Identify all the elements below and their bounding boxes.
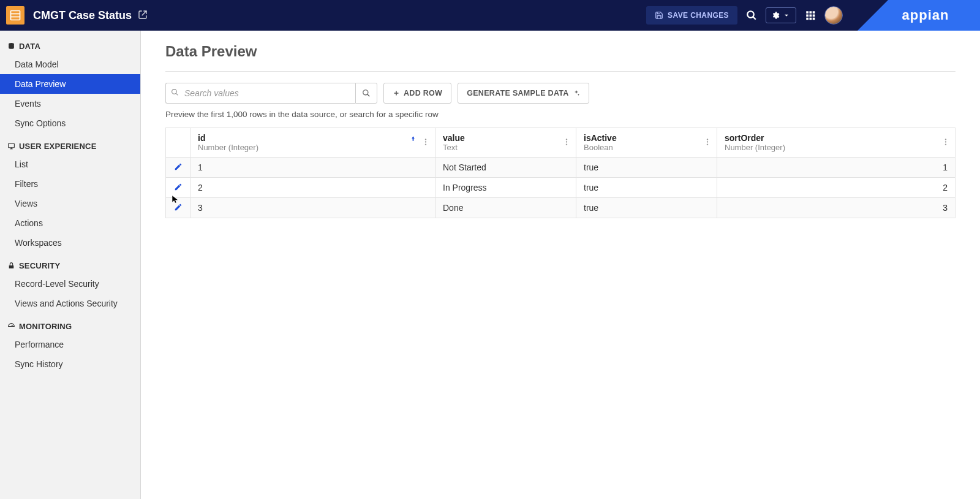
column-header-id[interactable]: id Number (Integer) xyxy=(190,128,435,158)
cell-isactive: true xyxy=(576,198,717,218)
save-changes-button[interactable]: SAVE CHANGES xyxy=(646,6,737,25)
column-menu-icon[interactable] xyxy=(421,137,430,148)
cell-value: Not Started xyxy=(435,158,576,178)
edit-row-icon[interactable] xyxy=(173,162,183,171)
sidebar-item-data-model[interactable]: Data Model xyxy=(0,55,140,74)
edit-row-icon[interactable] xyxy=(173,203,183,211)
column-header-value[interactable]: value Text xyxy=(435,128,576,158)
search-icon[interactable] xyxy=(746,10,757,21)
svg-point-20 xyxy=(172,90,177,94)
column-menu-icon[interactable] xyxy=(941,137,950,148)
sidebar-item-views[interactable]: Views xyxy=(0,194,140,213)
svg-rect-9 xyxy=(810,15,812,17)
brand-wedge: appian xyxy=(858,0,980,31)
data-preview-table: id Number (Integer) value Text isActive … xyxy=(165,128,956,218)
column-header-sortorder[interactable]: sortOrder Number (Integer) xyxy=(717,128,956,158)
svg-rect-12 xyxy=(810,18,812,20)
generate-sample-data-button[interactable]: GENERATE SAMPLE DATA xyxy=(458,83,589,104)
sidebar-section-security: SECURITY Record-Level Security Views and… xyxy=(0,261,140,313)
sparkle-icon xyxy=(573,90,580,97)
save-changes-label: SAVE CHANGES xyxy=(668,11,729,20)
svg-rect-15 xyxy=(9,143,15,148)
database-icon xyxy=(7,42,15,50)
sidebar-item-views-actions-security[interactable]: Views and Actions Security xyxy=(0,294,140,313)
sort-asc-icon xyxy=(410,134,417,145)
sidebar-heading-monitoring: MONITORING xyxy=(0,322,140,335)
cell-sortorder: 3 xyxy=(717,198,956,218)
sidebar-item-actions[interactable]: Actions xyxy=(0,213,140,233)
column-menu-icon[interactable] xyxy=(703,137,712,148)
svg-rect-6 xyxy=(810,11,812,13)
header-title-wrap: CMGT Case Status xyxy=(33,9,148,22)
column-header-isactive[interactable]: isActive Boolean xyxy=(576,128,717,158)
sidebar-item-sync-history[interactable]: Sync History xyxy=(0,354,140,374)
monitor-icon xyxy=(7,142,15,150)
svg-point-28 xyxy=(425,143,426,145)
header-actions: SAVE CHANGES appian xyxy=(646,0,980,31)
svg-point-35 xyxy=(945,139,946,140)
cell-isactive: true xyxy=(576,158,717,178)
edit-row-icon[interactable] xyxy=(173,183,183,191)
svg-point-36 xyxy=(945,141,946,142)
lock-icon xyxy=(7,262,15,270)
sidebar-item-sync-options[interactable]: Sync Options xyxy=(0,113,140,133)
search-submit-button[interactable] xyxy=(355,83,377,104)
main-content: Data Preview ADD ROW GENERATE SAMPLE DAT… xyxy=(141,31,980,499)
plus-icon xyxy=(393,90,400,97)
cell-sortorder: 1 xyxy=(717,158,956,178)
apps-grid-icon[interactable] xyxy=(805,10,816,21)
sidebar-item-list[interactable]: List xyxy=(0,154,140,174)
search-icon xyxy=(362,89,371,97)
svg-point-30 xyxy=(566,141,567,142)
svg-point-29 xyxy=(566,139,567,140)
sidebar-item-events[interactable]: Events xyxy=(0,94,140,113)
brand-text: appian xyxy=(889,7,949,23)
record-type-icon xyxy=(6,6,24,25)
page-title: Data Preview xyxy=(165,43,956,60)
add-row-label: ADD ROW xyxy=(404,89,442,97)
svg-point-3 xyxy=(747,11,754,18)
sidebar-item-data-preview[interactable]: Data Preview xyxy=(0,74,140,94)
avatar[interactable] xyxy=(824,6,843,25)
generate-sample-data-label: GENERATE SAMPLE DATA xyxy=(467,89,568,97)
open-external-icon[interactable] xyxy=(138,10,148,21)
column-header-edit xyxy=(166,128,190,158)
svg-rect-13 xyxy=(813,18,815,20)
settings-menu[interactable] xyxy=(766,7,796,23)
sidebar-item-filters[interactable]: Filters xyxy=(0,174,140,194)
sidebar-heading-security: SECURITY xyxy=(0,261,140,274)
gear-icon xyxy=(771,11,780,20)
cell-id: 1 xyxy=(190,158,435,178)
svg-point-37 xyxy=(945,143,946,145)
add-row-button[interactable]: ADD ROW xyxy=(383,83,451,104)
table-row: 1 Not Started true 1 xyxy=(166,158,956,178)
sidebar-item-record-level-security[interactable]: Record-Level Security xyxy=(0,274,140,294)
svg-rect-0 xyxy=(11,11,20,20)
cell-id: 3 xyxy=(190,198,435,218)
sidebar-section-monitoring: MONITORING Performance Sync History xyxy=(0,322,140,374)
svg-line-4 xyxy=(753,17,756,20)
app-header: CMGT Case Status SAVE CHANGES xyxy=(0,0,980,31)
sidebar-item-performance[interactable]: Performance xyxy=(0,335,140,354)
sidebar-section-data: DATA Data Model Data Preview Events Sync… xyxy=(0,42,140,133)
column-menu-icon[interactable] xyxy=(562,137,571,148)
svg-point-33 xyxy=(707,141,708,142)
table-row: 3 Done true 3 xyxy=(166,198,956,218)
svg-point-32 xyxy=(707,139,708,140)
svg-line-21 xyxy=(176,93,178,95)
svg-point-22 xyxy=(363,90,368,95)
cell-isactive: true xyxy=(576,178,717,198)
toolbar: ADD ROW GENERATE SAMPLE DATA xyxy=(165,83,956,104)
svg-point-31 xyxy=(566,143,567,145)
chevron-down-icon xyxy=(782,11,791,20)
title-divider xyxy=(165,71,956,72)
svg-point-34 xyxy=(707,143,708,145)
cell-value: Done xyxy=(435,198,576,218)
gauge-icon xyxy=(7,322,15,330)
svg-rect-7 xyxy=(813,11,815,13)
search-input[interactable] xyxy=(165,83,355,104)
table-row: 2 In Progress true 2 xyxy=(166,178,956,198)
sidebar-item-workspaces[interactable]: Workspaces xyxy=(0,233,140,253)
helper-text: Preview the first 1,000 rows in the data… xyxy=(165,110,956,119)
cell-id: 2 xyxy=(190,178,435,198)
